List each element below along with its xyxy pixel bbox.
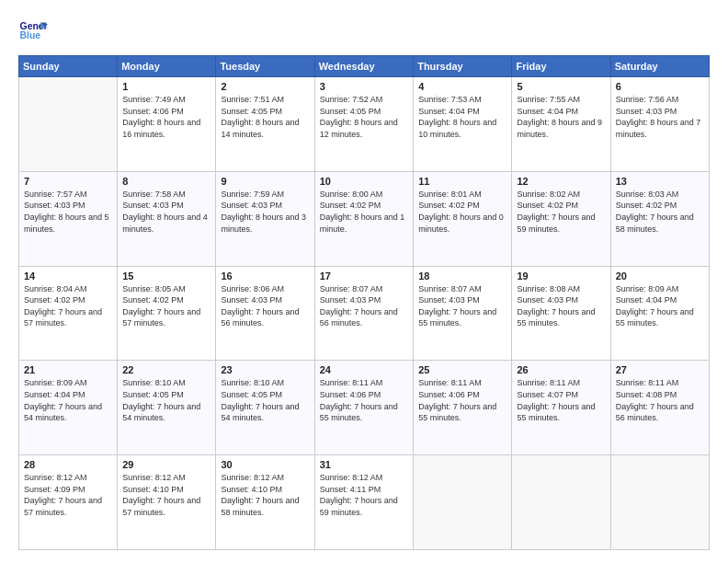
day-info: Sunrise: 8:12 AMSunset: 4:10 PMDaylight:…	[221, 472, 309, 518]
day-cell: 19Sunrise: 8:08 AMSunset: 4:03 PMDayligh…	[512, 266, 610, 361]
day-number: 22	[122, 364, 210, 375]
day-info: Sunrise: 8:12 AMSunset: 4:10 PMDaylight:…	[122, 472, 210, 518]
day-header-tuesday: Tuesday	[216, 56, 314, 77]
day-info: Sunrise: 8:07 AMSunset: 4:03 PMDaylight:…	[320, 283, 408, 329]
day-cell: 23Sunrise: 8:10 AMSunset: 4:05 PMDayligh…	[216, 361, 314, 455]
day-info: Sunrise: 8:09 AMSunset: 4:04 PMDaylight:…	[24, 377, 112, 423]
day-number: 1	[122, 81, 210, 92]
day-header-wednesday: Wednesday	[314, 56, 413, 77]
day-number: 27	[616, 364, 704, 375]
day-cell: 3Sunrise: 7:52 AMSunset: 4:05 PMDaylight…	[314, 77, 413, 172]
day-info: Sunrise: 8:05 AMSunset: 4:02 PMDaylight:…	[122, 283, 210, 329]
day-cell: 15Sunrise: 8:05 AMSunset: 4:02 PMDayligh…	[118, 266, 216, 361]
day-number: 21	[24, 364, 112, 375]
day-info: Sunrise: 8:03 AMSunset: 4:02 PMDaylight:…	[616, 189, 704, 235]
day-number: 16	[221, 270, 309, 282]
day-info: Sunrise: 7:53 AMSunset: 4:04 PMDaylight:…	[418, 94, 506, 140]
day-info: Sunrise: 8:00 AMSunset: 4:02 PMDaylight:…	[320, 189, 408, 235]
day-cell: 31Sunrise: 8:12 AMSunset: 4:11 PMDayligh…	[314, 455, 413, 550]
day-cell: 25Sunrise: 8:11 AMSunset: 4:06 PMDayligh…	[414, 361, 512, 455]
day-number: 14	[24, 270, 112, 282]
day-info: Sunrise: 7:55 AMSunset: 4:04 PMDaylight:…	[517, 94, 605, 140]
day-number: 8	[122, 176, 210, 187]
day-cell: 13Sunrise: 8:03 AMSunset: 4:02 PMDayligh…	[610, 171, 709, 266]
day-info: Sunrise: 8:10 AMSunset: 4:05 PMDaylight:…	[221, 377, 309, 423]
day-header-saturday: Saturday	[610, 56, 709, 77]
day-cell: 6Sunrise: 7:56 AMSunset: 4:03 PMDaylight…	[610, 77, 709, 172]
day-info: Sunrise: 8:11 AMSunset: 4:07 PMDaylight:…	[517, 377, 605, 423]
day-number: 24	[320, 364, 408, 375]
day-number: 26	[517, 364, 605, 375]
day-number: 23	[221, 364, 309, 375]
day-info: Sunrise: 8:11 AMSunset: 4:06 PMDaylight:…	[418, 377, 506, 423]
day-cell: 18Sunrise: 8:07 AMSunset: 4:03 PMDayligh…	[414, 266, 512, 361]
day-cell: 30Sunrise: 8:12 AMSunset: 4:10 PMDayligh…	[216, 455, 314, 550]
calendar-header-row: SundayMondayTuesdayWednesdayThursdayFrid…	[19, 56, 710, 77]
week-row-3: 14Sunrise: 8:04 AMSunset: 4:02 PMDayligh…	[19, 266, 710, 361]
day-info: Sunrise: 8:02 AMSunset: 4:02 PMDaylight:…	[517, 189, 605, 235]
day-info: Sunrise: 8:11 AMSunset: 4:08 PMDaylight:…	[616, 377, 704, 423]
day-info: Sunrise: 8:12 AMSunset: 4:09 PMDaylight:…	[24, 472, 112, 518]
day-number: 10	[320, 176, 408, 187]
day-number: 4	[418, 81, 506, 92]
day-number: 7	[24, 176, 112, 187]
day-header-sunday: Sunday	[19, 56, 118, 77]
day-number: 18	[418, 270, 506, 282]
day-cell: 20Sunrise: 8:09 AMSunset: 4:04 PMDayligh…	[610, 266, 709, 361]
day-cell	[19, 77, 118, 172]
day-info: Sunrise: 8:04 AMSunset: 4:02 PMDaylight:…	[24, 283, 112, 329]
day-cell: 2Sunrise: 7:51 AMSunset: 4:05 PMDaylight…	[216, 77, 314, 172]
day-cell	[414, 455, 512, 550]
day-number: 17	[320, 270, 408, 282]
day-info: Sunrise: 7:57 AMSunset: 4:03 PMDaylight:…	[24, 189, 112, 235]
day-number: 12	[517, 176, 605, 187]
day-number: 20	[616, 270, 704, 282]
day-info: Sunrise: 7:56 AMSunset: 4:03 PMDaylight:…	[616, 94, 704, 140]
day-info: Sunrise: 7:59 AMSunset: 4:03 PMDaylight:…	[221, 189, 309, 235]
svg-text:Blue: Blue	[20, 30, 41, 40]
day-cell: 26Sunrise: 8:11 AMSunset: 4:07 PMDayligh…	[512, 361, 610, 455]
day-cell: 21Sunrise: 8:09 AMSunset: 4:04 PMDayligh…	[19, 361, 118, 455]
day-number: 28	[24, 459, 112, 470]
day-cell: 4Sunrise: 7:53 AMSunset: 4:04 PMDaylight…	[414, 77, 512, 172]
day-number: 25	[418, 364, 506, 375]
day-cell	[610, 455, 709, 550]
day-info: Sunrise: 7:52 AMSunset: 4:05 PMDaylight:…	[320, 94, 408, 140]
day-cell: 29Sunrise: 8:12 AMSunset: 4:10 PMDayligh…	[118, 455, 216, 550]
day-cell: 27Sunrise: 8:11 AMSunset: 4:08 PMDayligh…	[610, 361, 709, 455]
day-cell: 24Sunrise: 8:11 AMSunset: 4:06 PMDayligh…	[314, 361, 413, 455]
day-info: Sunrise: 7:58 AMSunset: 4:03 PMDaylight:…	[122, 189, 210, 235]
day-cell	[512, 455, 610, 550]
day-cell: 9Sunrise: 7:59 AMSunset: 4:03 PMDaylight…	[216, 171, 314, 266]
day-header-friday: Friday	[512, 56, 610, 77]
day-info: Sunrise: 8:09 AMSunset: 4:04 PMDaylight:…	[616, 283, 704, 329]
day-info: Sunrise: 8:08 AMSunset: 4:03 PMDaylight:…	[517, 283, 605, 329]
day-header-monday: Monday	[118, 56, 216, 77]
day-number: 5	[517, 81, 605, 92]
week-row-1: 1Sunrise: 7:49 AMSunset: 4:06 PMDaylight…	[19, 77, 710, 172]
day-info: Sunrise: 8:07 AMSunset: 4:03 PMDaylight:…	[418, 283, 506, 329]
day-info: Sunrise: 8:11 AMSunset: 4:06 PMDaylight:…	[320, 377, 408, 423]
day-number: 2	[221, 81, 309, 92]
day-number: 9	[221, 176, 309, 187]
day-number: 19	[517, 270, 605, 282]
day-cell: 1Sunrise: 7:49 AMSunset: 4:06 PMDaylight…	[118, 77, 216, 172]
day-number: 11	[418, 176, 506, 187]
day-cell: 17Sunrise: 8:07 AMSunset: 4:03 PMDayligh…	[314, 266, 413, 361]
day-number: 29	[122, 459, 210, 470]
calendar-table: SundayMondayTuesdayWednesdayThursdayFrid…	[18, 55, 710, 550]
logo-icon: General Blue	[18, 17, 48, 46]
week-row-4: 21Sunrise: 8:09 AMSunset: 4:04 PMDayligh…	[19, 361, 710, 455]
day-cell: 22Sunrise: 8:10 AMSunset: 4:05 PMDayligh…	[118, 361, 216, 455]
day-number: 6	[616, 81, 704, 92]
day-number: 15	[122, 270, 210, 282]
page: General Blue SundayMondayTuesdayWednesda…	[0, 0, 728, 563]
day-cell: 11Sunrise: 8:01 AMSunset: 4:02 PMDayligh…	[414, 171, 512, 266]
day-info: Sunrise: 8:06 AMSunset: 4:03 PMDaylight:…	[221, 283, 309, 329]
day-cell: 12Sunrise: 8:02 AMSunset: 4:02 PMDayligh…	[512, 171, 610, 266]
day-number: 30	[221, 459, 309, 470]
day-cell: 14Sunrise: 8:04 AMSunset: 4:02 PMDayligh…	[19, 266, 118, 361]
day-info: Sunrise: 8:01 AMSunset: 4:02 PMDaylight:…	[418, 189, 506, 235]
day-info: Sunrise: 8:12 AMSunset: 4:11 PMDaylight:…	[320, 472, 408, 518]
week-row-2: 7Sunrise: 7:57 AMSunset: 4:03 PMDaylight…	[19, 171, 710, 266]
